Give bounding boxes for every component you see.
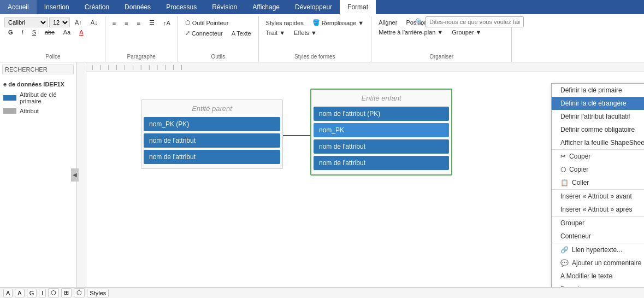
left-panel: RECHERCHER e de données IDEF1X Attribut … [0, 62, 76, 287]
entity-parent-container: Entité parent nom_PK (PK) nom de l'attri… [141, 100, 283, 169]
canvas-content[interactable]: Entité parent nom_PK (PK) nom de l'attri… [86, 72, 644, 287]
strikethrough-btn[interactable]: abc [41, 27, 58, 37]
ctx-copier[interactable]: ⬡ Copier [552, 163, 644, 176]
entity-parent-row-0[interactable]: nom_PK (PK) [144, 117, 280, 131]
ctx-donnees[interactable]: Données [552, 283, 644, 287]
bottom-i-btn[interactable]: I [39, 289, 46, 297]
tab-creation[interactable]: Création [77, 0, 117, 14]
mettre-arriere-btn[interactable]: Mettre à l'arrière-plan▼ [375, 27, 447, 37]
styles-formes-label: Styles de formes [262, 54, 368, 61]
font-shrink-btn[interactable]: A↓ [87, 17, 102, 27]
collapse-panel-arrow[interactable]: ◀ [71, 168, 79, 182]
search-icon: 🔍 [415, 18, 423, 26]
ctx-coller[interactable]: 📋 Coller [552, 176, 644, 189]
font-color-btn[interactable]: A [75, 27, 87, 37]
connecteur-btn[interactable]: ⤢ Connecteur [181, 28, 227, 38]
ctx-definir-obligatoire[interactable]: Définir comme obligatoire [552, 123, 644, 136]
search-label: RECHERCHER [2, 65, 74, 74]
ruler-horizontal: | | | | | | | | | | | | [86, 62, 644, 72]
aligner-btn[interactable]: Aligner [375, 17, 401, 27]
list-btn[interactable]: ☰ [145, 17, 158, 28]
ribbon-row-outils: ⬡ Outil Pointeur [181, 17, 233, 28]
font-size-select[interactable]: 12pt [49, 17, 70, 27]
trait-btn[interactable]: Trait▼ [262, 28, 289, 38]
ctx-inserer-avant[interactable]: Insérer « Attribut » avant [552, 189, 644, 203]
ribbon-row-font: Calibri 12pt A↑ A↓ [4, 17, 102, 27]
tab-insertion[interactable]: Insertion [37, 0, 77, 14]
ctx-afficher-shapesheet[interactable]: Afficher la feuille ShapeSheet [552, 136, 644, 149]
ribbon-group-paragraphe: ≡ ≡ ≡ ☰ ↑A Paragraphe [107, 16, 178, 62]
cut-icon: ✂ [560, 153, 566, 160]
bottom-grid-btn[interactable]: ⊞ [61, 288, 72, 297]
tab-developpeur[interactable]: Développeur [287, 0, 340, 14]
tab-donnees[interactable]: Données [117, 0, 158, 14]
entity-parent-label: Entité parent [144, 102, 280, 117]
ctx-definir-pk[interactable]: Définir la clé primaire [552, 84, 644, 97]
texte-btn[interactable]: A Texte [228, 28, 255, 38]
canvas-area: | | | | | | | | | | | | Entité parent no… [76, 62, 644, 287]
ribbon-row-align: ≡ ≡ ≡ ☰ ↑A [109, 17, 174, 28]
align-center-btn[interactable]: ≡ [121, 18, 132, 28]
entity-child-container: Entité enfant nom de l'attribut (PK) nom… [310, 89, 452, 176]
search-input[interactable] [426, 16, 524, 27]
ribbon-row-outils2: ⤢ Connecteur A Texte [181, 28, 255, 38]
bottom-icons-btn[interactable]: ⬡ [48, 288, 59, 297]
pointer-icon: ⬡ [185, 19, 191, 26]
entity-parent-row-2[interactable]: nom de l'attribut [144, 150, 280, 164]
ctx-definir-fk[interactable]: Définir la clé étrangère [552, 97, 644, 110]
font-grow-btn[interactable]: A↑ [71, 17, 86, 27]
ctx-conteneur[interactable]: Conteneur [552, 230, 644, 243]
case-btn[interactable]: Aa [60, 27, 74, 37]
comment-icon: 💬 [560, 259, 569, 267]
outils-label: Outils [181, 54, 255, 61]
ctx-commentaire[interactable]: 💬 Ajouter un commentaire [552, 256, 644, 270]
entity-parent-row-1[interactable]: nom de l'attribut [144, 133, 280, 148]
styles-bottom-btn[interactable]: Styles [87, 289, 109, 297]
entity-child-row-2[interactable]: nom de l'attribut [314, 139, 449, 154]
tab-format[interactable]: Format [340, 0, 376, 14]
italic-btn[interactable]: I [18, 27, 27, 37]
link-icon: 🔗 [560, 246, 569, 254]
align-right-btn[interactable]: ≡ [133, 18, 144, 28]
bottom-a-btn[interactable]: A [3, 289, 13, 297]
ctx-inserer-apres[interactable]: Insérer « Attribut » après [552, 203, 644, 216]
entity-child-row-1[interactable]: nom_PK [314, 123, 449, 137]
ctx-definir-facultatif[interactable]: Définir l'attribut facultatif [552, 110, 644, 123]
organiser-label: Organiser [375, 54, 508, 61]
bottom-arrow-btn[interactable]: ⬡ [74, 288, 85, 297]
align-left-btn[interactable]: ≡ [109, 18, 120, 28]
search-bar: 🔍 [415, 16, 524, 27]
ctx-couper[interactable]: ✂ Couper [552, 149, 644, 163]
entity-child-row-0[interactable]: nom de l'attribut (PK) [314, 107, 449, 121]
ctx-grouper[interactable]: Grouper [552, 216, 644, 230]
tab-revision[interactable]: Révision [204, 0, 245, 14]
paste-icon: 📋 [560, 179, 569, 186]
tab-accueil[interactable]: Accueil [0, 0, 37, 14]
ribbon-row-styles: Styles rapides 🪣 Remplissage▼ [262, 17, 368, 28]
styles-rapides-btn[interactable]: Styles rapides [262, 18, 308, 28]
ribbon: Calibri 12pt A↑ A↓ G I S abc Aa A Police… [0, 14, 644, 62]
bottom-g-btn[interactable]: G [27, 289, 37, 297]
tab-processus[interactable]: Processus [158, 0, 204, 14]
ctx-lien[interactable]: 🔗 Lien hypertexte... [552, 243, 644, 256]
pk-label: Attribut de clé primaire [20, 91, 73, 104]
tab-affichage[interactable]: Affichage [245, 0, 287, 14]
effets-btn[interactable]: Effets▼ [290, 28, 321, 38]
ribbon-group-styles-formes: Styles rapides 🪣 Remplissage▼ Trait▼ Eff… [260, 16, 372, 62]
tab-bar: Accueil Insertion Création Données Proce… [0, 0, 644, 14]
legend-attr: Attribut [2, 106, 74, 116]
underline-btn[interactable]: S [28, 27, 40, 37]
outil-pointeur-btn[interactable]: ⬡ Outil Pointeur [181, 17, 233, 28]
bold-btn[interactable]: G [4, 27, 17, 37]
attr-color-swatch [3, 108, 16, 114]
connector-icon: ⤢ [185, 30, 190, 37]
bottom-a2-btn[interactable]: A [15, 289, 24, 297]
indent-btn[interactable]: ↑A [159, 18, 174, 28]
paragraphe-label: Paragraphe [109, 54, 174, 61]
ribbon-row-format: G I S abc Aa A [4, 27, 87, 37]
entity-child-row-3[interactable]: nom de l'attribut [314, 156, 449, 170]
grouper-btn[interactable]: Grouper▼ [448, 27, 485, 37]
remplissage-btn[interactable]: 🪣 Remplissage▼ [309, 17, 368, 28]
font-family-select[interactable]: Calibri [4, 17, 48, 27]
ctx-modifier-texte[interactable]: A Modifier le texte [552, 270, 644, 283]
